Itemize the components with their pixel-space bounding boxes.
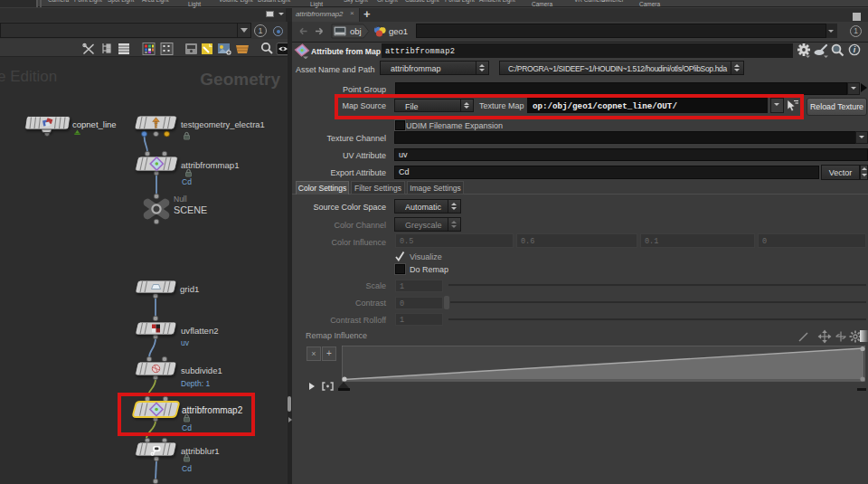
svg-text:Null: Null bbox=[174, 195, 187, 204]
svg-text:uvflatten2: uvflatten2 bbox=[181, 326, 219, 336]
svg-text:Geometry: Geometry bbox=[200, 70, 280, 89]
svg-text:copnet_line: copnet_line bbox=[72, 119, 117, 129]
svg-text:testgeometry_electra1: testgeometry_electra1 bbox=[181, 119, 265, 129]
svg-text:SCENE: SCENE bbox=[174, 204, 207, 215]
svg-text:uv: uv bbox=[181, 338, 190, 347]
svg-text:grid1: grid1 bbox=[180, 284, 199, 294]
svg-text:subdivide1: subdivide1 bbox=[181, 365, 222, 375]
svg-text:Cd: Cd bbox=[182, 423, 192, 432]
svg-text:geo1: geo1 bbox=[389, 26, 408, 36]
svg-text:Depth: 1: Depth: 1 bbox=[181, 379, 210, 388]
svg-text:attribfrommap2: attribfrommap2 bbox=[182, 405, 243, 415]
svg-text:attribfrommap1: attribfrommap1 bbox=[181, 160, 240, 170]
svg-text:Cd: Cd bbox=[182, 177, 192, 186]
svg-text:Attribute from Map: Attribute from Map bbox=[311, 47, 381, 56]
svg-text:Cd: Cd bbox=[182, 464, 192, 473]
svg-text:e Edition: e Edition bbox=[0, 68, 57, 85]
svg-text:attribfrommap2: attribfrommap2 bbox=[385, 47, 455, 56]
svg-text:obj: obj bbox=[350, 26, 362, 36]
